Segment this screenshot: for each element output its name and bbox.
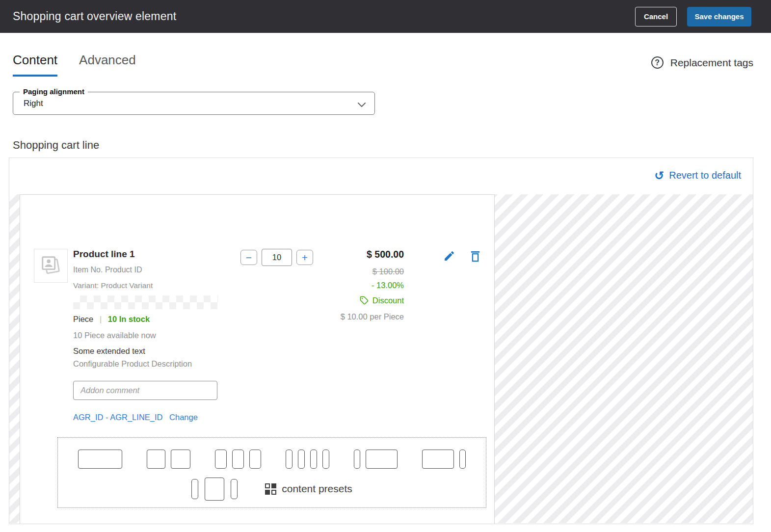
preset-slim-wide xyxy=(354,450,398,469)
image-placeholder-strip xyxy=(73,295,218,309)
quantity-decrease-button[interactable]: − xyxy=(240,250,257,265)
availability-text: 10 Piece available now xyxy=(73,331,218,340)
presets-grid-icon xyxy=(265,483,276,495)
photos-icon xyxy=(40,254,62,277)
preset-single-wide xyxy=(78,450,122,469)
agr-id-link[interactable]: AGR_ID - AGR_LINE_ID xyxy=(73,413,162,422)
addon-comment-input[interactable] xyxy=(73,381,217,400)
tag-icon xyxy=(360,296,369,305)
discount-percent: - 13.00% xyxy=(325,281,404,290)
content-presets-button[interactable]: content presets xyxy=(265,483,352,495)
content-presets-box: content presets xyxy=(57,437,486,508)
preset-button[interactable] xyxy=(171,450,190,469)
preset-button[interactable] xyxy=(459,450,466,469)
edit-line-button[interactable] xyxy=(443,250,455,264)
dialog-title: Shopping cart overview element xyxy=(13,10,635,23)
product-title: Product line 1 xyxy=(73,249,218,260)
revert-icon: ↺ xyxy=(654,171,664,181)
preset-button[interactable] xyxy=(249,450,261,469)
product-unit: Piece xyxy=(73,315,93,323)
paging-alignment-select[interactable]: Paging alignment Right xyxy=(13,92,375,115)
revert-label: Revert to default xyxy=(669,170,741,181)
title-bar: Shopping cart overview element Cancel Sa… xyxy=(0,0,771,33)
change-link[interactable]: Change xyxy=(169,413,198,422)
pencil-icon xyxy=(443,250,455,262)
replacement-tags-button[interactable]: ? Replacement tags xyxy=(651,56,753,77)
revert-to-default-button[interactable]: ↺ Revert to default xyxy=(654,170,741,181)
section-title: Shopping cart line xyxy=(13,139,753,152)
discount-label: Discount xyxy=(372,296,404,305)
preset-two-medium xyxy=(147,450,190,469)
preset-button[interactable] xyxy=(147,450,165,469)
preset-wide-slim xyxy=(422,450,466,469)
preset-button[interactable] xyxy=(232,450,244,469)
tab-bar: Content Advanced ? Replacement tags xyxy=(13,53,753,77)
save-changes-button[interactable]: Save changes xyxy=(687,7,751,27)
delete-line-button[interactable] xyxy=(470,250,481,264)
preset-button[interactable] xyxy=(215,450,227,469)
product-image-placeholder xyxy=(34,249,68,283)
tab-advanced[interactable]: Advanced xyxy=(79,53,136,77)
preset-button[interactable] xyxy=(191,479,198,499)
preset-button[interactable] xyxy=(231,479,238,499)
trash-icon xyxy=(470,250,481,263)
divider: | xyxy=(100,315,102,323)
unit-price: $ 10.00 per Piece xyxy=(325,312,404,321)
price-total: $ 500.00 xyxy=(325,249,404,260)
cart-line-preview-card: Product line 1 Item No. Product ID Varia… xyxy=(20,194,495,525)
chevron-down-icon xyxy=(358,101,366,109)
product-item-no: Item No. Product ID xyxy=(73,266,218,274)
help-circle-icon: ? xyxy=(651,56,664,69)
preset-button[interactable] xyxy=(354,450,360,469)
stock-status: 10 In stock xyxy=(108,315,150,323)
preview-background: Product line 1 Item No. Product ID Varia… xyxy=(9,194,753,523)
preset-three-narrow xyxy=(215,450,261,469)
product-description: Configurable Product Description xyxy=(73,359,218,369)
content-presets-label: content presets xyxy=(282,483,352,495)
preset-button[interactable] xyxy=(310,450,317,469)
tab-content[interactable]: Content xyxy=(13,53,57,77)
preset-button[interactable] xyxy=(366,450,398,469)
shopping-cart-line-panel: ↺ Revert to default xyxy=(9,158,753,524)
price-old: $ 100.00 xyxy=(325,267,404,276)
quantity-increase-button[interactable]: + xyxy=(296,250,313,265)
preset-button[interactable] xyxy=(298,450,305,469)
replacement-tags-label: Replacement tags xyxy=(670,57,753,69)
quantity-stepper: − + xyxy=(240,249,313,266)
extended-text: Some extended text xyxy=(73,346,218,356)
preset-button[interactable] xyxy=(322,450,329,469)
preset-four-slim xyxy=(286,450,329,469)
product-variant: Variant: Product Variant xyxy=(73,281,218,290)
quantity-input[interactable] xyxy=(262,249,292,266)
preset-button[interactable] xyxy=(286,450,292,469)
paging-alignment-label: Paging alignment xyxy=(20,87,88,97)
cancel-button[interactable]: Cancel xyxy=(635,7,677,27)
preset-button[interactable] xyxy=(78,450,122,469)
preset-button[interactable] xyxy=(205,478,224,501)
preset-button[interactable] xyxy=(422,450,454,469)
